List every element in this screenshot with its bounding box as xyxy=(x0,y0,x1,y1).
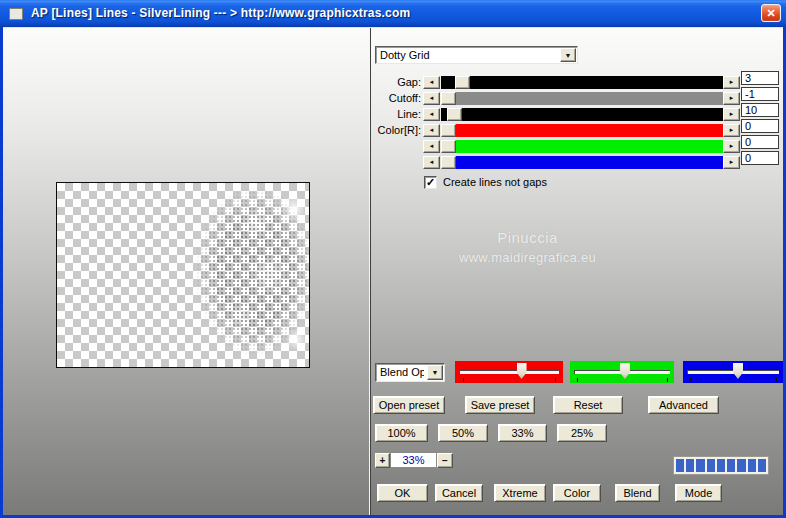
ok-button[interactable]: OK xyxy=(377,484,428,502)
chevron-down-icon: ▼ xyxy=(432,369,439,376)
slider-label-cutoff: Cutoff: xyxy=(355,92,421,105)
color-button[interactable]: Color xyxy=(553,484,601,502)
arrow-right-icon: ► xyxy=(729,79,735,85)
trackbar-tick xyxy=(690,378,691,382)
arrow-left-icon: ◄ xyxy=(429,111,435,117)
color-g-slider-thumb[interactable] xyxy=(441,140,456,153)
gap-slider-thumb[interactable] xyxy=(455,76,470,89)
cancel-button[interactable]: Cancel xyxy=(435,484,483,502)
line-slider-thumb[interactable] xyxy=(447,108,462,121)
progress-segment xyxy=(696,459,704,472)
green-trackbar-thumb[interactable] xyxy=(620,363,630,379)
green-blend-trackbar[interactable] xyxy=(570,361,674,383)
arrow-right-icon: ► xyxy=(729,159,735,165)
minus-icon: − xyxy=(442,455,448,466)
line-increment-button[interactable]: ► xyxy=(723,108,740,121)
color-g-decrement-button[interactable]: ◄ xyxy=(423,140,440,153)
preset-select-value: Dotty Grid xyxy=(380,49,557,61)
line-slider[interactable] xyxy=(441,108,723,121)
progress-segment xyxy=(676,459,684,472)
progress-segment xyxy=(717,459,725,472)
arrow-right-icon: ► xyxy=(729,143,735,149)
cutoff-slider-thumb[interactable] xyxy=(441,92,456,105)
zoom-50-button[interactable]: 50% xyxy=(438,424,488,442)
xtreme-button[interactable]: Xtreme xyxy=(494,484,546,502)
trackbar-tick xyxy=(577,378,578,382)
reset-button[interactable]: Reset xyxy=(553,396,623,414)
gap-slider[interactable] xyxy=(441,76,723,89)
checkmark-icon: ✓ xyxy=(426,176,435,188)
slider-label-color-r: Color[R]: xyxy=(355,124,421,137)
trackbar-tick xyxy=(667,378,668,382)
color-g-slider[interactable] xyxy=(441,140,723,153)
zoom-100-button[interactable]: 100% xyxy=(375,424,428,442)
preview-dotty-grid-pattern xyxy=(188,183,309,367)
cutoff-value-field[interactable]: -1 xyxy=(741,87,779,101)
close-button[interactable]: ✕ xyxy=(761,4,781,22)
color-r-value-field[interactable]: 0 xyxy=(741,119,779,133)
plugin-window: AP [Lines] Lines - SilverLining --- > ht… xyxy=(0,0,786,518)
gap-value-field[interactable]: 3 xyxy=(741,71,779,85)
blue-blend-trackbar[interactable] xyxy=(683,361,783,383)
color-b-value-field[interactable]: 0 xyxy=(741,151,779,165)
watermark: Pinuccia www.maidiregrafica.eu xyxy=(420,229,635,265)
color-r-slider-thumb[interactable] xyxy=(441,124,456,137)
arrow-left-icon: ◄ xyxy=(429,159,435,165)
create-lines-checkbox[interactable]: ✓ xyxy=(424,176,437,189)
window-icon xyxy=(9,8,23,20)
cutoff-slider[interactable] xyxy=(441,92,723,105)
progress-segment xyxy=(737,459,745,472)
red-trackbar-groove xyxy=(459,370,558,374)
progress-segment xyxy=(748,459,756,472)
arrow-left-icon: ◄ xyxy=(429,143,435,149)
color-b-slider-thumb[interactable] xyxy=(441,156,456,169)
effect-preview xyxy=(56,182,310,368)
color-r-increment-button[interactable]: ► xyxy=(723,124,740,137)
color-g-value-field[interactable]: 0 xyxy=(741,135,779,149)
zoom-level-display: 33% xyxy=(390,452,437,468)
color-r-decrement-button[interactable]: ◄ xyxy=(423,124,440,137)
chevron-down-icon: ▼ xyxy=(565,52,572,59)
advanced-button[interactable]: Advanced xyxy=(648,396,719,414)
mode-button[interactable]: Mode xyxy=(675,484,722,502)
zoom-out-button[interactable]: − xyxy=(437,453,453,468)
progress-segment xyxy=(707,459,715,472)
color-b-decrement-button[interactable]: ◄ xyxy=(423,156,440,169)
zoom-in-button[interactable]: + xyxy=(375,453,390,468)
red-blend-trackbar[interactable] xyxy=(455,361,563,383)
blend-button[interactable]: Blend xyxy=(615,484,660,502)
title-bar[interactable]: AP [Lines] Lines - SilverLining --- > ht… xyxy=(0,0,786,27)
blend-options-select[interactable]: Blend Opti ▼ xyxy=(375,363,445,382)
blend-options-button[interactable]: ▼ xyxy=(427,365,443,380)
open-preset-button[interactable]: Open preset xyxy=(373,396,445,414)
watermark-name: Pinuccia xyxy=(420,229,635,246)
blue-trackbar-thumb[interactable] xyxy=(733,363,743,379)
trackbar-tick xyxy=(776,378,777,382)
color-b-slider[interactable] xyxy=(441,156,723,169)
trackbar-tick xyxy=(555,378,556,382)
color-r-slider[interactable] xyxy=(441,124,723,137)
plus-icon: + xyxy=(380,455,386,466)
line-value-field[interactable]: 10 xyxy=(741,103,779,117)
progress-segment xyxy=(686,459,694,472)
blend-options-value: Blend Opti xyxy=(380,366,424,378)
zoom-33-button[interactable]: 33% xyxy=(498,424,547,442)
gap-decrement-button[interactable]: ◄ xyxy=(423,76,440,89)
progress-bar xyxy=(673,456,769,475)
window-title: AP [Lines] Lines - SilverLining --- > ht… xyxy=(31,6,746,20)
zoom-25-button[interactable]: 25% xyxy=(557,424,607,442)
gap-increment-button[interactable]: ► xyxy=(723,76,740,89)
preset-select[interactable]: Dotty Grid ▼ xyxy=(375,46,578,64)
color-b-increment-button[interactable]: ► xyxy=(723,156,740,169)
progress-segment xyxy=(727,459,735,472)
arrow-right-icon: ► xyxy=(729,127,735,133)
arrow-right-icon: ► xyxy=(729,111,735,117)
color-g-increment-button[interactable]: ► xyxy=(723,140,740,153)
line-decrement-button[interactable]: ◄ xyxy=(423,108,440,121)
cutoff-increment-button[interactable]: ► xyxy=(723,92,740,105)
preset-select-button[interactable]: ▼ xyxy=(560,48,576,62)
red-trackbar-thumb[interactable] xyxy=(517,363,527,379)
create-lines-checkbox-label: Create lines not gaps xyxy=(443,176,547,188)
save-preset-button[interactable]: Save preset xyxy=(465,396,535,414)
cutoff-decrement-button[interactable]: ◄ xyxy=(423,92,440,105)
